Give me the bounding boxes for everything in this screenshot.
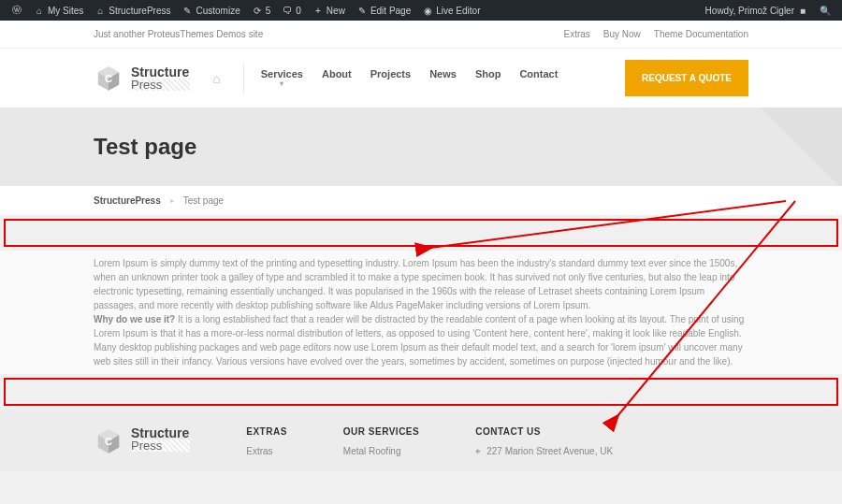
footer-logo-text-2: Press xyxy=(131,439,190,452)
site-logo[interactable]: C Structure Press xyxy=(94,64,190,94)
wp-logo-icon[interactable]: ⓦ xyxy=(7,5,26,16)
edit-page-link[interactable]: ✎Edit Page xyxy=(353,5,414,16)
content-bold-lead: Why do we use it? xyxy=(94,314,175,324)
footer-services-item[interactable]: Metal Roofing xyxy=(343,446,419,456)
live-editor-link[interactable]: ◉Live Editor xyxy=(418,5,484,16)
site-header: C Structure Press ⌂ Services About Proje… xyxy=(0,49,842,108)
content-paragraph-2: It is a long established fact that a rea… xyxy=(94,314,744,367)
topbar-link-extras[interactable]: Extras xyxy=(563,29,589,39)
site-tagline: Just another ProteusThemes Demos site xyxy=(94,29,263,39)
main-nav: Services About Projects News Shop Contac… xyxy=(261,68,559,88)
footer-extras-item[interactable]: Extras xyxy=(246,446,287,456)
nav-about[interactable]: About xyxy=(322,68,352,88)
breadcrumb-home[interactable]: StructurePress xyxy=(94,195,161,206)
footer-extras-heading: EXTRAS xyxy=(246,426,287,437)
request-quote-button[interactable]: REQUEST A QUOTE xyxy=(625,60,748,96)
footer-col-services: OUR SERVICES Metal Roofing xyxy=(343,426,419,463)
site-footer: C Structure Press EXTRAS Extras OUR SERV… xyxy=(0,410,842,470)
nav-services[interactable]: Services xyxy=(261,68,303,88)
page-content: Lorem Ipsum is simply dummy text of the … xyxy=(0,251,842,374)
content-paragraph-1: Lorem Ipsum is simply dummy text of the … xyxy=(94,258,737,310)
avatar: ■ xyxy=(797,5,808,16)
footer-contact-address: 227 Marion Street Avenue, UK xyxy=(486,446,613,457)
footer-logo[interactable]: C Structure Press xyxy=(94,426,190,463)
search-icon[interactable]: 🔍 xyxy=(816,5,835,16)
customize-link[interactable]: ✎Customize xyxy=(178,5,243,16)
logo-text-2: Press xyxy=(131,79,190,91)
howdy-user[interactable]: Howdy, Primož Cigler■ xyxy=(702,5,812,16)
svg-text:C: C xyxy=(105,73,112,84)
page-title: Test page xyxy=(94,134,748,160)
page-title-band: Test page xyxy=(0,108,842,186)
my-sites-link[interactable]: ⌂My Sites xyxy=(30,5,87,16)
nav-contact[interactable]: Contact xyxy=(519,68,558,88)
nav-shop[interactable]: Shop xyxy=(475,68,501,88)
top-info-bar: Just another ProteusThemes Demos site Ex… xyxy=(0,21,842,49)
annotation-box-top xyxy=(4,219,838,247)
logo-cube-icon: C xyxy=(94,64,123,94)
site-name-link[interactable]: ⌂StructurePress xyxy=(91,5,174,16)
footer-contact-heading: CONTACT US xyxy=(475,426,613,437)
comments-link[interactable]: 🗨0 xyxy=(278,5,305,16)
chevron-right-icon: ▸ xyxy=(170,196,174,205)
wp-admin-bar: ⓦ ⌂My Sites ⌂StructurePress ✎Customize ⟳… xyxy=(0,0,842,21)
footer-col-extras: EXTRAS Extras xyxy=(246,426,287,463)
breadcrumb-current: Test page xyxy=(183,195,224,206)
footer-logo-cube-icon: C xyxy=(94,426,123,456)
nav-projects[interactable]: Projects xyxy=(370,68,411,88)
logo-text-1: Structure xyxy=(131,65,190,79)
updates-link[interactable]: ⟳5 xyxy=(248,5,275,16)
nav-news[interactable]: News xyxy=(429,68,457,88)
footer-logo-text-1: Structure xyxy=(131,426,190,439)
topbar-link-docs[interactable]: Theme Documentation xyxy=(654,29,748,39)
new-content-link[interactable]: +New xyxy=(309,5,349,16)
footer-services-heading: OUR SERVICES xyxy=(343,426,419,437)
map-pin-icon: ⌖ xyxy=(475,446,481,457)
svg-text:C: C xyxy=(105,436,112,447)
home-icon[interactable]: ⌂ xyxy=(207,71,225,86)
topbar-link-buy[interactable]: Buy Now xyxy=(603,29,641,39)
annotation-box-bottom xyxy=(4,378,838,406)
nav-separator xyxy=(243,65,244,93)
footer-col-contact: CONTACT US ⌖227 Marion Street Avenue, UK xyxy=(475,426,613,463)
breadcrumb: StructurePress ▸ Test page xyxy=(0,186,842,215)
